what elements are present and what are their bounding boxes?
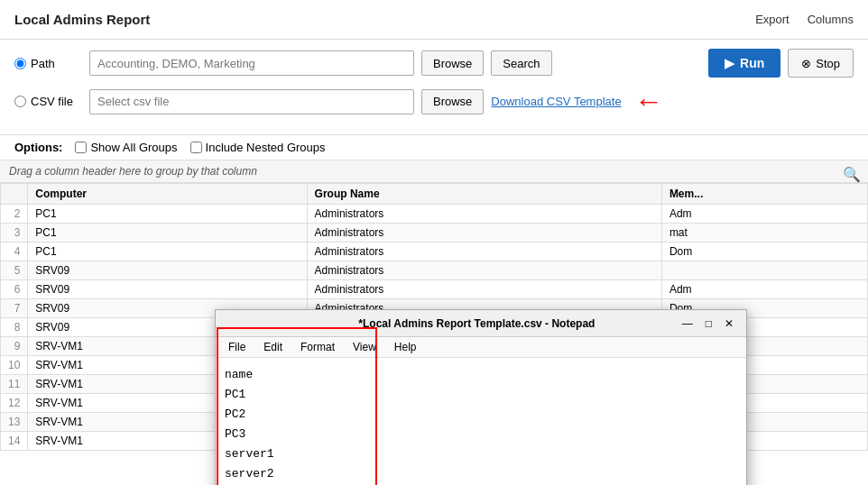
row-member: Adm <box>661 280 867 299</box>
path-input[interactable] <box>89 50 414 76</box>
csv-radio[interactable] <box>14 96 26 107</box>
row-member <box>661 261 867 280</box>
row-computer: SRV09 <box>28 261 307 280</box>
row-num: 6 <box>1 280 28 299</box>
row-group: Administrators <box>307 224 661 242</box>
notepad-file-menu[interactable]: File <box>219 339 254 355</box>
row-num: 9 <box>1 337 28 356</box>
red-arrow-icon: ← <box>634 85 663 118</box>
row-group: Administrators <box>307 205 661 224</box>
csv-row: CSV file Browse Download CSV Template ← <box>14 85 854 118</box>
run-label: Run <box>740 56 764 70</box>
notepad-edit-menu[interactable]: Edit <box>254 339 291 355</box>
path-browse-button[interactable]: Browse <box>421 50 484 76</box>
notepad-minimize-button[interactable]: — <box>677 316 698 331</box>
title-bar-actions: Export Columns <box>755 13 854 26</box>
path-row: Path Browse Search ▶ Run ⊗ Stop <box>14 49 854 78</box>
run-play-icon: ▶ <box>725 56 734 70</box>
row-member: mat <box>661 224 867 242</box>
stop-label: Stop <box>816 57 840 70</box>
row-num: 3 <box>1 224 28 242</box>
row-member: Dom <box>661 242 867 261</box>
notepad-window: *Local Admins Report Template.csv - Note… <box>215 309 747 485</box>
columns-button[interactable]: Columns <box>808 13 854 26</box>
row-num: 11 <box>1 375 28 394</box>
row-num: 4 <box>1 242 28 261</box>
notepad-win-btns-right: — □ ✕ <box>677 316 739 331</box>
notepad-line: PC2 <box>225 405 737 425</box>
include-nested-checkbox[interactable] <box>190 142 202 153</box>
notepad-close-button[interactable]: ✕ <box>719 316 739 331</box>
notepad-format-menu[interactable]: Format <box>291 339 344 355</box>
row-group: Administrators <box>307 280 661 299</box>
download-csv-link[interactable]: Download CSV Template <box>491 95 621 108</box>
input-section: Path Browse Search ▶ Run ⊗ Stop CSV file… <box>0 40 868 135</box>
col-num <box>1 184 28 205</box>
stop-button[interactable]: ⊗ Stop <box>788 49 854 78</box>
search-icon[interactable]: 🔍 <box>843 166 861 183</box>
row-num: 7 <box>1 299 28 318</box>
app-title: Local Admins Report <box>14 12 150 27</box>
notepad-menubar: File Edit Format View Help <box>216 337 746 358</box>
row-group: Administrators <box>307 261 661 280</box>
export-button[interactable]: Export <box>755 13 790 26</box>
run-button[interactable]: ▶ Run <box>708 49 780 78</box>
notepad-line: PC3 <box>225 425 737 444</box>
include-nested-text: Include Nested Groups <box>206 141 326 154</box>
row-member: Adm <box>661 205 867 224</box>
stop-icon: ⊗ <box>801 57 811 70</box>
csv-label: CSV file <box>31 95 73 108</box>
path-radio[interactable] <box>14 58 26 69</box>
row-num: 14 <box>1 432 28 451</box>
notepad-help-menu[interactable]: Help <box>385 339 426 355</box>
table-row: 3 PC1 Administrators mat <box>1 224 868 242</box>
notepad-view-menu[interactable]: View <box>344 339 385 355</box>
csv-radio-label[interactable]: CSV file <box>14 95 82 108</box>
notepad-title: *Local Admins Report Template.csv - Note… <box>277 317 677 330</box>
table-row: 2 PC1 Administrators Adm <box>1 205 868 224</box>
options-bar: Options: Show All Groups Include Nested … <box>0 135 868 160</box>
row-computer: PC1 <box>28 224 307 242</box>
col-group[interactable]: Group Name <box>307 184 661 205</box>
row-num: 2 <box>1 205 28 224</box>
table-row: 5 SRV09 Administrators <box>1 261 868 280</box>
row-computer: PC1 <box>28 205 307 224</box>
path-radio-label[interactable]: Path <box>14 57 82 70</box>
csv-input[interactable] <box>89 89 414 114</box>
notepad-line: server1 <box>225 444 737 464</box>
table-row: 6 SRV09 Administrators Adm <box>1 280 868 299</box>
table-row: 4 PC1 Administrators Dom <box>1 242 868 261</box>
row-num: 8 <box>1 318 28 337</box>
col-member[interactable]: Mem... <box>661 184 867 205</box>
notepad-content[interactable]: namePC1PC2PC3server1server2server3server… <box>216 358 746 485</box>
notepad-line: PC1 <box>225 385 737 405</box>
row-computer: SRV09 <box>28 280 307 299</box>
row-num: 13 <box>1 413 28 432</box>
row-group: Administrators <box>307 242 661 261</box>
row-num: 10 <box>1 356 28 375</box>
csv-browse-button[interactable]: Browse <box>421 89 484 114</box>
path-search-button[interactable]: Search <box>491 50 551 76</box>
notepad-line: server2 <box>225 464 737 484</box>
options-label: Options: <box>14 141 62 154</box>
notepad-maximize-button[interactable]: □ <box>700 316 717 331</box>
row-computer: PC1 <box>28 242 307 261</box>
row-num: 5 <box>1 261 28 280</box>
col-computer[interactable]: Computer <box>28 184 307 205</box>
show-all-groups-checkbox[interactable] <box>75 142 87 153</box>
title-bar: Local Admins Report Export Columns <box>0 0 868 40</box>
notepad-line: name <box>225 365 737 385</box>
row-num: 12 <box>1 394 28 413</box>
show-all-groups-label[interactable]: Show All Groups <box>75 141 177 154</box>
notepad-titlebar: *Local Admins Report Template.csv - Note… <box>216 310 746 337</box>
path-label: Path <box>31 57 55 70</box>
show-all-groups-text: Show All Groups <box>90 141 177 154</box>
table-area: Drag a column header here to group by th… <box>0 160 868 485</box>
drag-hint: Drag a column header here to group by th… <box>0 160 868 183</box>
run-stop-group: ▶ Run ⊗ Stop <box>708 49 854 78</box>
include-nested-label[interactable]: Include Nested Groups <box>190 141 326 154</box>
